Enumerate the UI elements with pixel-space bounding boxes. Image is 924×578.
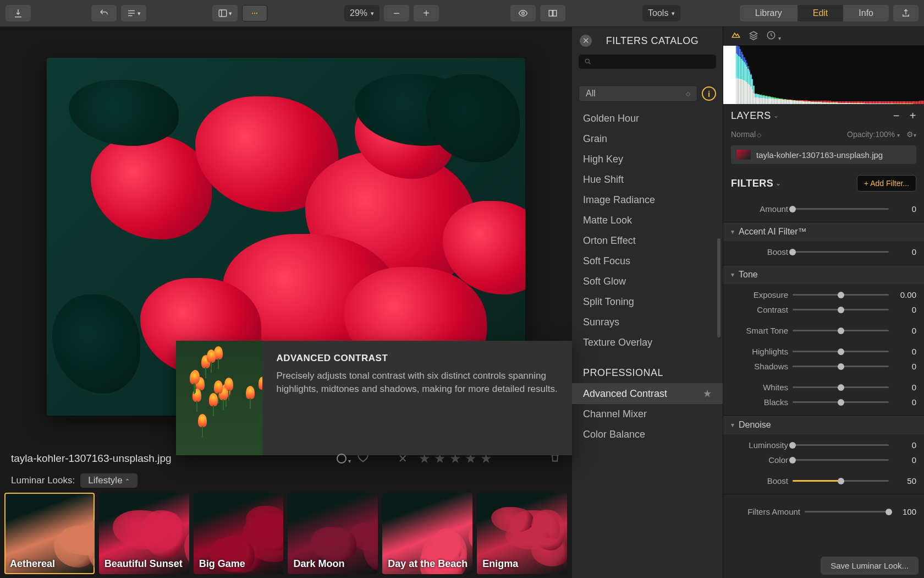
save-look-button[interactable]: Save Luminar Look... bbox=[821, 557, 919, 575]
catalog-category-dropdown[interactable]: All◇ bbox=[579, 85, 697, 102]
catalog-filter-item[interactable]: Texture Overlay bbox=[572, 332, 723, 353]
share-button[interactable] bbox=[893, 5, 919, 21]
layers-section-header[interactable]: LAYERS −+ bbox=[723, 104, 924, 128]
tab-info[interactable]: Info bbox=[843, 5, 889, 21]
look-name: Big Game bbox=[199, 558, 245, 570]
catalog-info-button[interactable]: i bbox=[702, 86, 716, 101]
layers-icon[interactable] bbox=[749, 30, 758, 42]
look-name: Dark Moon bbox=[293, 558, 344, 570]
slider[interactable] bbox=[793, 366, 889, 367]
add-layer-button[interactable]: + bbox=[910, 110, 916, 122]
filters-amount-label: Filters Amount bbox=[731, 507, 800, 516]
slider-label: Whites bbox=[731, 383, 788, 392]
canvas-column: ADVANCED CONTRAST Precisely adjusts tona… bbox=[0, 27, 571, 578]
blend-mode-dropdown[interactable]: Normal bbox=[731, 130, 761, 139]
catalog-filter-item[interactable]: Matte Look bbox=[572, 210, 723, 231]
layer-opacity-control[interactable]: Opacity:100% ▾ ⚙▾ bbox=[847, 130, 916, 139]
catalog-filter-item[interactable]: Image Radiance bbox=[572, 190, 723, 210]
favorite-star-icon[interactable]: ★ bbox=[703, 388, 712, 400]
filters-amount-slider[interactable] bbox=[805, 511, 889, 512]
main: ADVANCED CONTRAST Precisely adjusts tona… bbox=[0, 27, 924, 578]
slider-value: 0 bbox=[893, 362, 916, 371]
looks-category-dropdown[interactable]: Lifestyle ⌃ bbox=[80, 473, 138, 488]
layer-settings-icon[interactable]: ⚙▾ bbox=[906, 130, 916, 139]
slider-value: 0 bbox=[893, 383, 916, 392]
layer-item[interactable]: tayla-kohler-1307163-unsplash.jpg bbox=[731, 145, 916, 164]
filter-group-header[interactable]: Denoise bbox=[723, 416, 924, 434]
undo-button[interactable] bbox=[91, 5, 117, 21]
catalog-filter-item[interactable]: Split Toning bbox=[572, 292, 723, 312]
zoom-in-button[interactable]: + bbox=[414, 5, 439, 21]
slider-value: 0 bbox=[893, 440, 916, 450]
catalog-filter-item[interactable]: Color Balance bbox=[572, 424, 723, 445]
catalog-filter-item[interactable]: Orton Effect bbox=[572, 231, 723, 251]
remove-layer-button[interactable]: − bbox=[893, 110, 900, 122]
catalog-filter-item[interactable]: Channel Mixer bbox=[572, 404, 723, 424]
adjustments-icon[interactable] bbox=[731, 30, 741, 42]
filters-catalog: ✕ FILTERS CATALOG All◇ i Golden HourGrai… bbox=[571, 27, 723, 578]
slider[interactable] bbox=[793, 351, 889, 352]
filename-label: tayla-kohler-1307163-unsplash.jpg bbox=[11, 452, 172, 465]
slider[interactable] bbox=[793, 444, 889, 446]
canvas-area[interactable]: ADVANCED CONTRAST Precisely adjusts tona… bbox=[0, 27, 571, 446]
catalog-scrollbar[interactable] bbox=[717, 238, 721, 337]
color-tag-button[interactable]: ▾ bbox=[337, 454, 346, 464]
looks-row[interactable]: AetherealBeautiful SunsetBig GameDark Mo… bbox=[0, 490, 571, 576]
sidebar-toggle-button[interactable]: ▾ bbox=[212, 5, 238, 21]
catalog-filter-item[interactable]: Golden Hour bbox=[572, 108, 723, 129]
catalog-search-input[interactable] bbox=[579, 54, 716, 69]
filmstrip-toggle-button[interactable] bbox=[242, 5, 267, 21]
history-icon[interactable]: ▾ bbox=[766, 30, 781, 42]
look-preset[interactable]: Aethereal bbox=[4, 493, 95, 574]
catalog-filter-item[interactable]: Advanced Contrast★ bbox=[572, 383, 723, 404]
slider[interactable] bbox=[793, 294, 889, 296]
slider[interactable] bbox=[793, 330, 889, 331]
history-button[interactable]: ▾ bbox=[121, 5, 146, 21]
export-button[interactable] bbox=[6, 5, 31, 21]
histogram[interactable] bbox=[723, 46, 924, 104]
slider-label: Contrast bbox=[731, 305, 788, 314]
slider[interactable] bbox=[793, 386, 889, 388]
catalog-filter-item[interactable]: Hue Shift bbox=[572, 170, 723, 190]
tools-dropdown[interactable]: Tools▾ bbox=[642, 5, 680, 21]
slider-value: 0.00 bbox=[893, 290, 916, 299]
look-preset[interactable]: Beautiful Sunset bbox=[99, 493, 189, 574]
catalog-filter-item[interactable]: Soft Glow bbox=[572, 271, 723, 292]
slider[interactable] bbox=[793, 309, 889, 310]
filters-amount-value: 100 bbox=[893, 507, 916, 516]
slider-label: Shadows bbox=[731, 362, 788, 371]
catalog-filter-item[interactable]: Grain bbox=[572, 129, 723, 149]
add-filter-button[interactable]: + Add Filter... bbox=[857, 175, 916, 192]
slider[interactable] bbox=[793, 251, 889, 253]
look-preset[interactable]: Day at the Beach bbox=[382, 493, 472, 574]
slider[interactable] bbox=[793, 480, 889, 482]
slider-value: 0 bbox=[893, 247, 916, 257]
amount-slider[interactable] bbox=[793, 208, 889, 210]
slider-label: Highlights bbox=[731, 347, 788, 356]
catalog-filter-item[interactable]: Sunrays bbox=[572, 312, 723, 332]
look-preset[interactable]: Enigma bbox=[477, 493, 567, 574]
look-preset[interactable]: Dark Moon bbox=[288, 493, 378, 574]
tab-edit[interactable]: Edit bbox=[798, 5, 844, 21]
looks-header: Luminar Looks: Lifestyle ⌃ bbox=[0, 471, 571, 490]
slider[interactable] bbox=[793, 459, 889, 461]
catalog-filter-item[interactable]: Soft Focus bbox=[572, 251, 723, 271]
slider-value: 0 bbox=[893, 455, 916, 465]
catalog-close-button[interactable]: ✕ bbox=[580, 35, 592, 47]
catalog-title: FILTERS CATALOG bbox=[600, 35, 716, 47]
look-name: Enigma bbox=[482, 558, 518, 570]
svg-point-4 bbox=[585, 59, 589, 63]
look-preset[interactable]: Big Game bbox=[194, 493, 284, 574]
slider[interactable] bbox=[793, 401, 889, 403]
filters-section-header[interactable]: FILTERS bbox=[731, 178, 782, 189]
tab-library[interactable]: Library bbox=[740, 5, 798, 21]
svg-rect-3 bbox=[553, 10, 557, 17]
filter-group-header[interactable]: Tone bbox=[723, 265, 924, 284]
catalog-filter-item[interactable]: High Key bbox=[572, 149, 723, 170]
preview-button[interactable] bbox=[510, 5, 536, 21]
properties-panel: ▾ LAYERS −+ Normal Opacity:100% ▾ ⚙▾ tay… bbox=[723, 27, 924, 578]
zoom-select[interactable]: 29%▾ bbox=[344, 5, 380, 21]
filter-group-header[interactable]: Accent AI Filter™ bbox=[723, 222, 924, 241]
zoom-out-button[interactable]: − bbox=[384, 5, 409, 21]
compare-button[interactable] bbox=[540, 5, 565, 21]
